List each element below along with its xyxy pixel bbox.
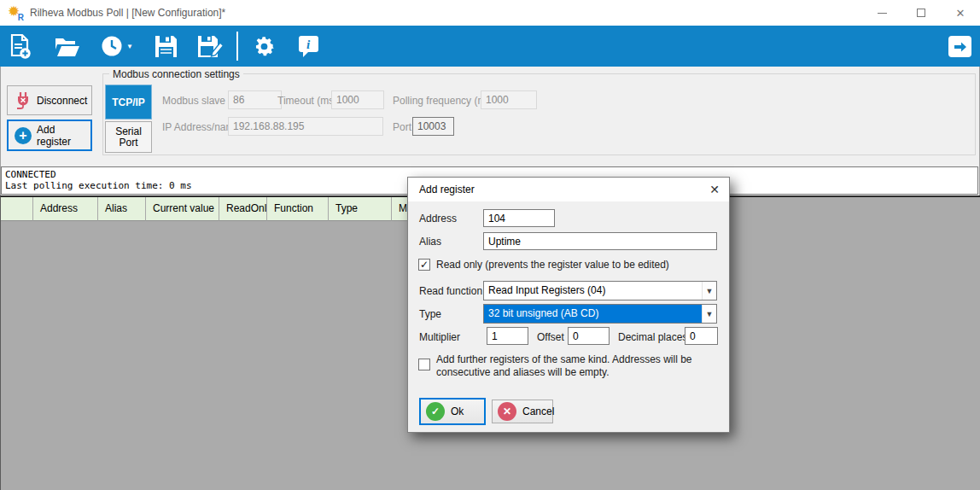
add-further-checkbox[interactable] — [418, 359, 430, 370]
ip-address-field[interactable] — [228, 117, 383, 136]
info-button[interactable]: i — [292, 29, 325, 63]
timeout-label: Timeout (ms) — [277, 95, 337, 107]
close-button[interactable]: ✕ — [941, 0, 980, 26]
type-dropdown[interactable]: 32 bit unsigned (AB CD) ▼ — [483, 304, 717, 324]
clock-icon — [100, 34, 124, 58]
disconnect-label: Disconnect — [37, 95, 87, 107]
close-icon: ✕ — [956, 7, 965, 20]
decimal-places-label: Decimal places — [618, 331, 687, 343]
offset-input[interactable] — [568, 327, 610, 345]
toolbar-separator — [236, 32, 238, 61]
chevron-down-icon[interactable]: ▼ — [702, 305, 716, 323]
dialog-titlebar: Add register ✕ — [408, 178, 729, 201]
add-further-label: Add further registers of the same kind. … — [436, 353, 692, 379]
chevron-down-icon: ▼ — [126, 43, 133, 50]
column-header-alias[interactable]: Alias — [98, 197, 146, 221]
minimize-icon — [878, 13, 887, 14]
read-function-dropdown[interactable]: Read Input Registers (04) ▼ — [483, 281, 717, 300]
new-document-icon — [9, 33, 32, 60]
polling-frequency-field[interactable] — [481, 90, 537, 109]
maximize-icon — [917, 9, 925, 17]
plus-icon: + — [15, 127, 32, 144]
serial-port-tab-button[interactable]: Serial Port — [105, 121, 152, 153]
modbus-slave-id-field[interactable] — [228, 90, 282, 109]
tcpip-tab-button[interactable]: TCP/IP — [105, 85, 152, 120]
column-header-address[interactable]: Address — [33, 197, 98, 221]
ok-button[interactable]: ✓ Ok — [419, 398, 486, 425]
column-header-type[interactable]: Type — [329, 197, 392, 221]
add-register-label: Add register — [37, 124, 90, 148]
column-header-function[interactable]: Function — [267, 197, 329, 221]
status-line1: CONNECTED — [5, 169, 56, 180]
open-configuration-button[interactable] — [49, 29, 86, 63]
main-toolbar: ▼ — [0, 26, 980, 67]
save-icon — [154, 34, 178, 59]
offset-label: Offset — [537, 331, 564, 343]
chevron-down-icon[interactable]: ▼ — [702, 282, 716, 300]
read-only-label: Read only (prevents the register value t… — [436, 259, 669, 271]
add-register-dialog: Add register ✕ Address Alias ✓ Read only… — [407, 177, 730, 433]
alias-input[interactable] — [483, 232, 717, 250]
read-only-checkbox[interactable]: ✓ — [418, 259, 430, 271]
port-label: Port — [393, 121, 411, 133]
add-register-button[interactable]: + Add register — [7, 120, 92, 151]
x-icon: ✕ — [498, 402, 516, 421]
multiplier-label: Multiplier — [419, 331, 460, 343]
save-as-icon — [196, 34, 223, 59]
read-function-label: Read function — [419, 285, 482, 297]
save-button[interactable] — [149, 29, 184, 63]
save-as-button[interactable] — [191, 29, 228, 63]
cancel-label: Cancel — [522, 405, 554, 417]
maximize-button[interactable] — [901, 0, 941, 26]
port-field[interactable] — [412, 117, 454, 136]
titlebar: ✹ R Rilheva Modbus Poll | [New Configura… — [0, 0, 980, 26]
type-label: Type — [419, 308, 441, 320]
minimize-button[interactable] — [862, 0, 901, 26]
multiplier-input[interactable] — [487, 327, 528, 345]
connection-settings-group — [102, 73, 976, 155]
app-icon: ✹ R — [8, 5, 23, 20]
column-header-readonly[interactable]: ReadOnly — [219, 197, 267, 221]
modbus-slave-id-label: Modbus slave id — [162, 95, 236, 107]
row-selector-header[interactable] — [1, 197, 33, 221]
open-folder-icon — [54, 34, 81, 58]
dialog-close-button[interactable]: ✕ — [702, 178, 727, 201]
window-title: Rilheva Modbus Poll | [New Configuration… — [30, 7, 225, 19]
type-value: 32 bit unsigned (AB CD) — [484, 305, 702, 323]
arrow-right-icon — [954, 41, 967, 53]
info-icon: i — [297, 34, 320, 59]
settings-button[interactable] — [247, 29, 282, 63]
gear-icon — [252, 34, 277, 59]
address-input[interactable] — [483, 209, 555, 227]
alias-label: Alias — [419, 236, 441, 248]
cancel-button[interactable]: ✕ Cancel — [492, 400, 553, 423]
disconnect-plug-icon — [14, 91, 32, 109]
export-button[interactable] — [948, 36, 971, 57]
ok-label: Ok — [451, 405, 464, 417]
app-window: ✹ R Rilheva Modbus Poll | [New Configura… — [0, 0, 980, 490]
decimal-places-input[interactable] — [685, 327, 718, 345]
connection-settings-title: Modbus connection settings — [109, 68, 243, 80]
status-line2: Last polling execution time: 0 ms — [5, 180, 192, 191]
dialog-title: Add register — [419, 184, 475, 195]
polling-frequency-label: Polling frequency (ms) — [393, 95, 494, 107]
new-configuration-button[interactable] — [3, 29, 37, 63]
read-function-value: Read Input Registers (04) — [484, 282, 702, 300]
disconnect-button[interactable]: Disconnect — [7, 85, 92, 115]
check-icon: ✓ — [426, 402, 445, 421]
history-button[interactable]: ▼ — [95, 29, 138, 63]
timeout-field[interactable] — [331, 90, 384, 109]
address-label: Address — [419, 213, 457, 225]
column-header-current-value[interactable]: Current value — [146, 197, 219, 221]
